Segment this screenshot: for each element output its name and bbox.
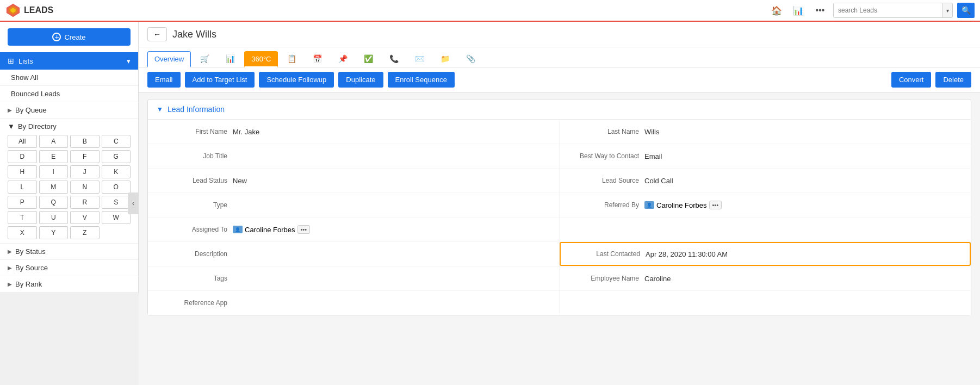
dir-y[interactable]: Y [39,226,69,239]
tab-clipboard[interactable]: 📋 [280,51,303,67]
dir-k[interactable]: K [102,165,131,178]
dir-w[interactable]: W [102,211,131,224]
first-name-input[interactable] [233,127,550,137]
schedule-followup-button[interactable]: Schedule Followup [259,72,334,88]
dir-z[interactable]: Z [70,226,100,239]
dir-f[interactable]: F [70,150,100,163]
employee-name-input[interactable] [644,274,962,284]
dir-i[interactable]: I [39,165,69,178]
tab-360[interactable]: 360°C [244,51,278,67]
more-button[interactable]: ••• [811,2,829,19]
sidebar-item-by-status[interactable]: ▶ By Status [0,244,138,260]
add-to-target-button[interactable]: Add to Target List [185,72,255,88]
delete-button[interactable]: Delete [935,72,971,88]
dir-o[interactable]: O [102,181,131,194]
best-way-input[interactable] [644,151,962,162]
form-row-assigned-to: Assigned To 👤 Caroline Forbes ••• [148,218,559,241]
sidebar-collapse-button[interactable]: ‹ [128,192,139,214]
chart-button[interactable]: 📊 [790,2,807,19]
dir-j[interactable]: J [70,165,100,178]
tab-phone[interactable]: 📞 [382,51,406,67]
directory-grid: All A B C D E F G H I J K L M N O P [8,135,131,239]
sidebar-item-by-queue[interactable]: ▶ By Queue [0,102,138,119]
by-directory-toggle[interactable]: ▼ By Directory [8,122,131,131]
dir-r[interactable]: R [70,196,100,209]
dir-c[interactable]: C [102,135,131,148]
form-row-type: Type [148,193,559,217]
form-row-lead-source: Lead Source [560,169,971,192]
type-input[interactable] [233,200,550,210]
dir-v[interactable]: V [70,211,100,224]
form-row-reference-app: Reference App [148,291,559,315]
dir-h[interactable]: H [8,165,37,178]
pin-icon: 📌 [338,54,348,63]
dir-d[interactable]: D [8,150,37,163]
home-button[interactable]: 🏠 [768,2,785,19]
last-contacted-label: Last Contacted [569,250,640,258]
dir-q[interactable]: Q [39,196,69,209]
cart-icon: 🛒 [200,54,209,63]
dir-t[interactable]: T [8,211,37,224]
tab-360-label: 360°C [251,55,271,63]
job-title-input[interactable] [233,151,550,162]
sidebar-item-bounced-leads[interactable]: Bounced Leads [0,86,138,102]
tab-paperclip[interactable]: 📎 [459,51,482,67]
dir-u[interactable]: U [39,211,69,224]
tab-calendar[interactable]: 📅 [306,51,329,67]
dir-n[interactable]: N [70,181,100,194]
referred-by-tag: 👤 Caroline Forbes ••• [644,201,722,209]
reference-app-input[interactable] [233,298,550,308]
assigned-to-label: Assigned To [157,226,227,233]
search-button[interactable]: 🔍 [957,3,975,18]
assigned-to-more-button[interactable]: ••• [297,225,311,234]
dir-all[interactable]: All [8,135,37,148]
convert-button[interactable]: Convert [891,72,932,88]
tab-check[interactable]: ✅ [357,51,380,67]
form-row-description: Description [148,242,559,266]
sidebar: + Create ⊞ Lists ▾ Show All Bounced Lead… [0,22,139,293]
section-header[interactable]: ▼ Lead Information [148,100,971,120]
tab-folder[interactable]: 📁 [433,51,457,67]
tab-cart[interactable]: 🛒 [193,51,216,67]
dir-e[interactable]: E [39,150,69,163]
tab-email[interactable]: ✉️ [408,51,431,67]
best-way-label: Best Way to Contact [568,152,639,160]
sidebar-item-lists[interactable]: ⊞ Lists ▾ [0,52,138,70]
last-name-input[interactable] [644,127,962,137]
lead-source-input[interactable] [644,176,962,186]
assigned-to-value: Caroline Forbes [245,226,295,234]
lead-status-input[interactable] [233,176,550,186]
dir-b[interactable]: B [70,135,100,148]
dir-s[interactable]: S [102,196,131,209]
dir-p[interactable]: P [8,196,37,209]
enroll-sequence-button[interactable]: Enroll Sequence [388,72,455,88]
last-contacted-input[interactable] [646,249,961,259]
dir-x[interactable]: X [8,226,37,239]
email-button[interactable]: Email [147,72,181,88]
duplicate-button[interactable]: Duplicate [338,72,383,88]
create-button[interactable]: + Create [8,28,131,46]
tab-pin[interactable]: 📌 [331,51,355,67]
tab-overview[interactable]: Overview [147,51,191,67]
reference-app-label: Reference App [157,299,227,307]
sidebar-item-by-source[interactable]: ▶ By Source [0,260,138,276]
search-input[interactable] [834,3,942,17]
referred-by-more-button[interactable]: ••• [709,201,722,209]
back-button[interactable]: ← [147,27,167,41]
lists-arrow: ▾ [127,57,131,65]
content-area: ← Jake Wills Overview 🛒 📊 360°C 📋 📅 [139,22,980,385]
dir-g[interactable]: G [102,150,131,163]
search-dropdown-button[interactable]: ▾ [942,3,952,17]
by-directory-arrow: ▼ [8,122,15,131]
by-status-arrow: ▶ [8,249,12,254]
sidebar-item-by-rank[interactable]: ▶ By Rank [0,276,138,293]
tags-input[interactable] [233,274,550,284]
dir-a[interactable]: A [39,135,69,148]
dir-l[interactable]: L [8,181,37,194]
dir-m[interactable]: M [39,181,69,194]
lead-status-label: Lead Status [157,177,227,184]
description-input[interactable] [233,249,550,259]
section-title: Lead Information [168,105,225,114]
sidebar-item-show-all[interactable]: Show All [0,70,138,86]
tab-chart[interactable]: 📊 [219,51,242,67]
